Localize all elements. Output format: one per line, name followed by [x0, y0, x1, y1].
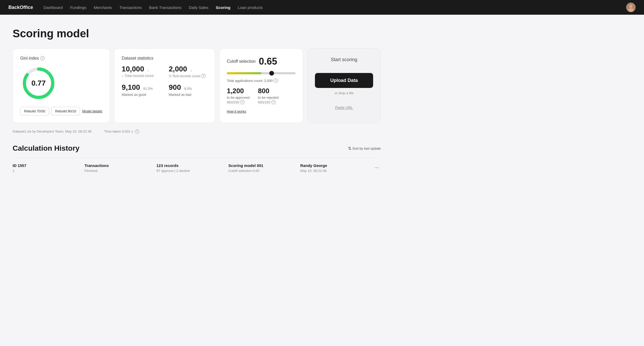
- avatar[interactable]: [626, 3, 636, 12]
- marked-good-label: Marked as good: [122, 93, 160, 97]
- test-records-cell: 2,000 ↓ ⊙ Test records count ?: [169, 65, 207, 78]
- cutoff-approved: 1,200 to be approved 950/250 ?: [227, 87, 250, 104]
- how-it-works-button[interactable]: How it works: [227, 109, 246, 113]
- navbar: BackOffice Dashboard Fundings Merchants …: [0, 0, 644, 15]
- scoring-title: Start scoring: [331, 57, 357, 62]
- scoring-card: Start scoring Upload Data or drop a file…: [307, 48, 381, 123]
- history-records: 123 records: [157, 163, 228, 168]
- marked-good-cell: 9,100 91.0% Marked as good: [122, 83, 160, 97]
- nav-dashboard[interactable]: Dashboard: [44, 5, 63, 10]
- total-records-value: 10,000 ↓: [122, 65, 160, 73]
- marked-bad-value: 900 9.0%: [169, 83, 207, 92]
- gini-value: 0.77: [31, 79, 46, 87]
- cutoff-apps-help-icon[interactable]: ?: [274, 78, 278, 83]
- dataset-info: Dataset1.xls by Developers Team, May 10,…: [13, 129, 92, 134]
- gini-card: Gini index ? 0.77 Rebuild 70/30 Rebuild …: [13, 48, 110, 123]
- marked-bad-label: Marked as bad: [169, 93, 207, 97]
- sort-button[interactable]: ⇅ Sort by last update: [348, 146, 381, 151]
- cutoff-rejected-help-icon[interactable]: ?: [271, 100, 276, 104]
- paste-url-button[interactable]: Paste URL: [335, 106, 353, 110]
- upload-data-button[interactable]: Upload Data: [315, 73, 373, 88]
- history-header: Calculation History ⇅ Sort by last updat…: [13, 144, 381, 153]
- history-more-button[interactable]: ···: [372, 163, 381, 171]
- model-details-button[interactable]: Model details: [82, 107, 102, 116]
- table-row: ID 1557 1 Transactions Finished 123 reco…: [13, 158, 381, 178]
- nav-merchants[interactable]: Merchants: [94, 5, 112, 10]
- test-records-value: 2,000 ↓: [169, 65, 207, 73]
- dataset-section-title: Dataset statistics: [122, 56, 207, 61]
- history-user: Randy George: [300, 163, 372, 168]
- history-user-sub: May 10, 08:22:46: [300, 169, 372, 173]
- test-records-help-icon[interactable]: ?: [201, 74, 206, 78]
- page-content: Scoring model Gini index ? 0.77: [0, 15, 393, 191]
- gini-help-icon[interactable]: ?: [40, 56, 45, 60]
- cutoff-slider-track[interactable]: [227, 72, 296, 74]
- rebuild-9010-button[interactable]: Rebuild 90/10: [51, 107, 80, 116]
- history-type-col: Transactions Finished: [84, 163, 156, 173]
- svg-point-2: [628, 8, 634, 12]
- history-title: Calculation History: [13, 144, 79, 153]
- nav-scoring[interactable]: Scoring: [216, 5, 230, 10]
- nav-links: Dashboard Fundings Merchants Transaction…: [44, 5, 618, 10]
- cards-row: Gini index ? 0.77 Rebuild 70/30 Rebuild …: [13, 48, 381, 123]
- dataset-grid: 10,000 ↓ ○ Total records count 2,000 ↓ ⊙: [122, 65, 207, 97]
- marked-good-value: 9,100 91.0%: [122, 83, 160, 92]
- history-type: Transactions: [84, 163, 156, 168]
- or-drop-label: or drop a file: [335, 91, 353, 95]
- cutoff-card: Cutoff selection 0.65 Total applications…: [219, 48, 303, 123]
- history-records-col: 123 records 97 approve | 2 decline: [157, 163, 228, 173]
- history-user-col: Randy George May 10, 08:22:46: [300, 163, 372, 173]
- avatar-image: [626, 3, 636, 12]
- svg-point-1: [629, 5, 632, 8]
- nav-bank-transactions[interactable]: Bank Transactions: [149, 5, 181, 10]
- history-id-sub: 1: [13, 169, 84, 173]
- metadata-row: Dataset1.xls by Developers Team, May 10,…: [13, 129, 381, 134]
- nav-transactions[interactable]: Transactions: [119, 5, 142, 10]
- cutoff-total-apps: Total applications count: 2,000 ?: [227, 78, 296, 83]
- rebuild-7030-button[interactable]: Rebuild 70/30: [20, 107, 49, 116]
- cutoff-rejected-sub: 650/150 ?: [258, 100, 279, 104]
- cutoff-rejected: 800 to be rejected 650/150 ?: [258, 87, 279, 104]
- time-taken: Time taken 0.001 s ?: [104, 129, 139, 134]
- gini-section-title: Gini index ?: [20, 56, 102, 61]
- dataset-card: Dataset statistics 10,000 ↓ ○ Total reco…: [114, 48, 215, 123]
- history-model-col: Scoring model 001 Cutoff selection 0.65: [228, 163, 300, 173]
- cutoff-stats: 1,200 to be approved 950/250 ? 800 to be…: [227, 87, 296, 104]
- cutoff-approved-help-icon[interactable]: ?: [240, 100, 244, 104]
- app-logo: BackOffice: [8, 5, 33, 10]
- history-id-col: ID 1557 1: [13, 163, 84, 173]
- total-records-cell: 10,000 ↓ ○ Total records count: [122, 65, 160, 78]
- gini-buttons: Rebuild 70/30 Rebuild 90/10 Model detail…: [20, 107, 102, 116]
- cutoff-header: Cutoff selection 0.65: [227, 56, 296, 67]
- history-id: ID 1557: [13, 163, 84, 168]
- total-records-label: ○ Total records count: [122, 74, 160, 78]
- history-type-sub: Finished: [84, 169, 156, 173]
- nav-fundings[interactable]: Fundings: [70, 5, 86, 10]
- history-model-sub: Cutoff selection 0.65: [228, 169, 300, 173]
- history-list: ID 1557 1 Transactions Finished 123 reco…: [13, 158, 381, 178]
- cutoff-slider-thumb[interactable]: [269, 71, 274, 76]
- marked-bad-cell: 900 9.0% Marked as bad: [169, 83, 207, 97]
- test-records-label: ⊙ Test records count ?: [169, 74, 207, 78]
- gini-donut: 0.77: [20, 65, 57, 102]
- gini-container: 0.77: [20, 65, 102, 102]
- time-taken-help-icon[interactable]: ?: [135, 129, 139, 134]
- nav-daily-sales[interactable]: Daily Sales: [189, 5, 208, 10]
- page-title: Scoring model: [13, 27, 381, 40]
- nav-loan-products[interactable]: Loan products: [238, 5, 263, 10]
- history-model: Scoring model 001: [228, 163, 300, 168]
- history-records-sub: 97 approve | 2 decline: [157, 169, 228, 173]
- cutoff-approved-sub: 950/250 ?: [227, 100, 250, 104]
